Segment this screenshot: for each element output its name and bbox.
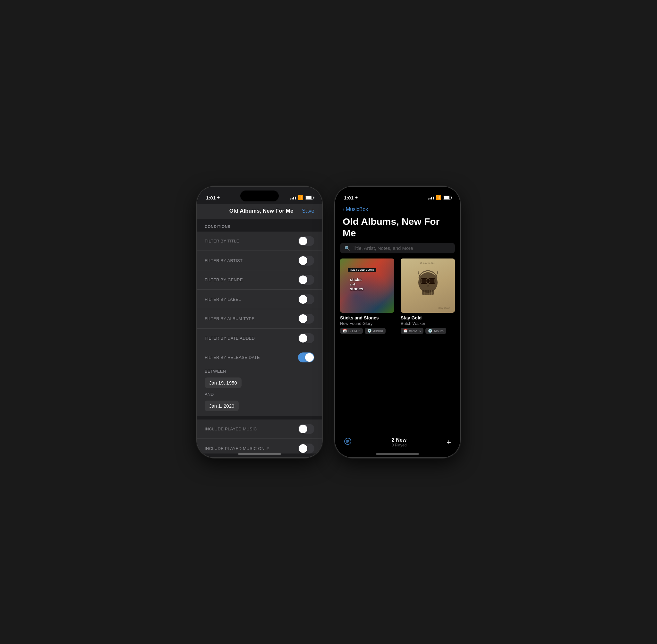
toggle-label-include-played: INCLUDE PLAYED MUSIC [205,427,257,431]
conditions-toggles-block: FILTER BY TITLE FILTER BY ARTIST FILTE [197,232,322,367]
search-bar[interactable]: 🔍 Title, Artist, Notes, and More [340,243,455,253]
toggle-row-label: FILTER BY LABEL [197,290,322,309]
album-card-sticks-and-stones[interactable]: NEW FOUND GLORY sticksandstones Sticks a… [340,258,394,334]
status-icons-right: 📶 [428,195,451,200]
music-screen: 1:01 ✈ 📶 ‹ MusicBox [335,187,460,457]
toggle-row-genre: FILTER BY GENRE [197,270,322,290]
album-type-tag-stay-gold: 💿 Album [425,328,446,334]
list-icon[interactable] [344,437,352,447]
toggle-filter-label[interactable] [298,294,314,304]
toggle-label-album-type: FILTER BY ALBUM TYPE [205,316,255,321]
dynamic-island-right [378,190,417,201]
toggle-filter-album-type[interactable] [298,314,314,324]
toggle-label-title: FILTER BY TITLE [205,238,239,244]
album-type-icon-nfg: 💿 [367,329,372,333]
status-icons-left: 📶 [290,195,313,200]
home-indicator-right [376,453,419,455]
page-title: Old Albums, New For Me [335,214,460,243]
album-card-stay-gold[interactable]: Butch Walker Stay Gold Stay Gold Butch W… [401,258,455,334]
bottom-center-info: 2 New 0 Played [392,437,407,447]
toggle-label-genre: FILTER BY GENRE [205,277,243,282]
settings-content: CONDITIONS FILTER BY TITLE FILTER BY ART… [197,220,322,454]
toggle-row-include-played: INCLUDE PLAYED MUSIC [197,419,322,439]
new-count: 2 New [392,437,407,443]
save-button[interactable]: Save [302,208,314,214]
wifi-icon-left: 📶 [298,195,303,200]
signal-bars-right [428,196,434,200]
album-title-stay-gold: Stay Gold [401,315,455,320]
toggle-label-release-date: FILTER BY RELEASE DATE [205,355,260,360]
toggle-filter-genre[interactable] [298,275,314,285]
dynamic-island-left [240,190,279,201]
between-label: BETWEEN [197,367,322,375]
wifi-icon-right: 📶 [436,195,441,200]
battery-icon-right [443,196,451,200]
toggle-row-include-played-only: INCLUDE PLAYED MUSIC ONLY [197,439,322,454]
status-time-left: 1:01 ✈ [206,195,220,201]
and-label: AND [197,390,322,399]
conditions-label: CONDITIONS [197,220,322,232]
albums-grid: NEW FOUND GLORY sticksandstones Sticks a… [335,258,460,334]
toggle-row-title: FILTER BY TITLE [197,232,322,251]
toggle-label-date-added: FILTER BY DATE ADDED [205,336,255,341]
date-range-section: BETWEEN Jan 19, 1950 AND Jan 1, 2020 [197,367,322,416]
toggle-include-played[interactable] [298,424,314,434]
back-button[interactable]: ‹ MusicBox [343,206,368,213]
toggle-row-release-date: FILTER BY RELEASE DATE [197,348,322,367]
phone-right: 1:01 ✈ 📶 ‹ MusicBox [335,187,460,457]
toggle-label-label: FILTER BY LABEL [205,297,241,302]
home-indicator-left [238,453,281,455]
album-type-tag-nfg: 💿 Album [365,328,386,334]
played-toggles-block: INCLUDE PLAYED MUSIC INCLUDE PLAYED MUSI… [197,419,322,454]
album-tags-stay-gold: 📅 8/26/16 💿 Album [401,328,455,334]
date-from-picker[interactable]: Jan 19, 1950 [205,377,242,388]
toggle-row-date-added: FILTER BY DATE ADDED [197,329,322,348]
phone-left: 1:01 ✈ 📶 Old Albums, New For Me Save [197,187,322,457]
search-icon: 🔍 [344,246,350,251]
signal-bars-left [290,196,296,200]
search-placeholder: Title, Artist, Notes, and More [353,245,413,251]
location-icon-left: ✈ [217,196,220,200]
toggle-filter-release-date[interactable] [298,352,314,362]
album-artist-stay-gold: Butch Walker [401,321,455,326]
battery-icon-left [305,196,313,200]
toggle-label-include-played-only: INCLUDE PLAYED MUSIC ONLY [205,446,270,451]
toggle-label-artist: FILTER BY ARTIST [205,258,243,263]
album-type-icon-stay-gold: 💿 [428,329,432,333]
album-date-tag-stay-gold: 📅 8/26/16 [401,328,424,334]
album-artwork-nfg: NEW FOUND GLORY sticksandstones [340,258,394,313]
calendar-icon-nfg: 📅 [343,329,347,333]
back-chevron-icon: ‹ [343,206,344,213]
toggle-filter-title[interactable] [298,236,314,246]
toggle-filter-date-added[interactable] [298,333,314,343]
played-count: 0 Played [392,443,407,447]
status-time-right: 1:01 ✈ [344,195,358,201]
toggle-include-played-only[interactable] [298,443,314,454]
album-artwork-stay-gold: Butch Walker Stay Gold [401,258,455,313]
toggle-row-artist: FILTER BY ARTIST [197,251,322,270]
toggle-row-album-type: FILTER BY ALBUM TYPE [197,309,322,328]
settings-header: Old Albums, New For Me Save [197,204,322,220]
date-to-picker[interactable]: Jan 1, 2020 [205,400,239,411]
calendar-icon-stay-gold: 📅 [403,329,408,333]
album-date-tag-nfg: 📅 6/11/02 [340,328,363,334]
svg-point-1 [422,278,427,284]
album-title-nfg: Sticks and Stones [340,315,394,320]
settings-title: Old Albums, New For Me [221,208,302,214]
svg-point-2 [429,278,434,284]
album-tags-nfg: 📅 6/11/02 💿 Album [340,328,394,334]
back-label: MusicBox [346,207,368,212]
back-navigation: ‹ MusicBox [335,204,460,214]
location-icon-right: ✈ [355,196,358,200]
add-button[interactable]: + [447,438,451,447]
album-artist-nfg: New Found Glory [340,321,394,326]
toggle-filter-artist[interactable] [298,256,314,266]
